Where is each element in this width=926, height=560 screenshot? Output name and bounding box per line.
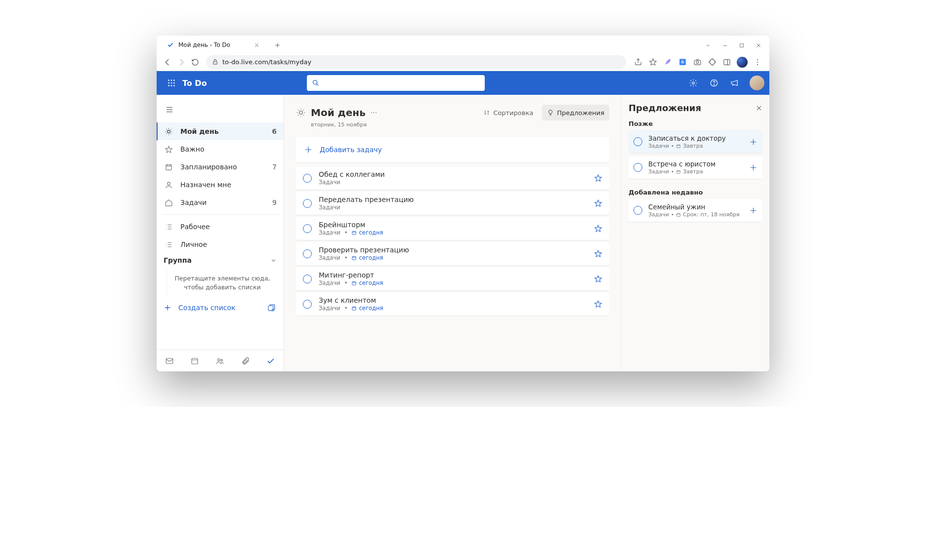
- svg-point-12: [173, 80, 175, 81]
- panel-close-icon[interactable]: [756, 105, 762, 112]
- svg-rect-38: [677, 170, 680, 173]
- task-item[interactable]: Проверить презентацию Задачисегодня: [296, 242, 609, 265]
- suggestions-button[interactable]: Предложения: [542, 105, 609, 120]
- minimize-icon[interactable]: [717, 38, 733, 53]
- main-content: Мой день ··· Сортировка Предложения втор…: [284, 95, 621, 371]
- sort-button[interactable]: Сортировка: [478, 105, 538, 120]
- feather-ext-icon[interactable]: [663, 57, 673, 67]
- sidebar-toggle-icon[interactable]: [160, 100, 179, 120]
- calendar-icon: [164, 163, 173, 171]
- address-bar[interactable]: to-do.live.com/tasks/myday: [206, 55, 626, 69]
- task-checkbox[interactable]: [303, 300, 312, 309]
- reload-icon[interactable]: [188, 55, 202, 69]
- suggestion-meta: Задачи•Завтра: [648, 168, 743, 175]
- lock-icon: [212, 59, 218, 65]
- attach-icon[interactable]: [241, 357, 250, 365]
- task-checkbox[interactable]: [303, 249, 312, 258]
- task-item[interactable]: Митинг-репорт Задачисегодня: [296, 267, 609, 290]
- svg-text:G: G: [681, 60, 684, 64]
- search-box[interactable]: [307, 75, 485, 91]
- svg-point-15: [173, 82, 175, 84]
- star-icon[interactable]: [594, 249, 602, 258]
- panel-section-recent: Добавлена недавно: [629, 189, 762, 196]
- task-title: Обед с коллегами: [319, 170, 587, 178]
- star-icon[interactable]: [594, 275, 602, 283]
- task-checkbox[interactable]: [303, 224, 312, 233]
- add-task-placeholder: Добавить задачу: [320, 146, 382, 154]
- new-group-icon[interactable]: [266, 302, 277, 313]
- star-icon[interactable]: [594, 224, 602, 233]
- menu-dots-icon[interactable]: [753, 57, 762, 67]
- sidebar-item-assigned[interactable]: Назначен мне: [157, 176, 284, 194]
- add-suggestion-icon[interactable]: [749, 163, 758, 172]
- task-title: Митинг-репорт: [319, 271, 587, 279]
- suggestion-item[interactable]: Семейный ужин Задачи•Срок: пт, 18 ноября: [629, 199, 762, 222]
- svg-point-13: [168, 82, 169, 84]
- task-item[interactable]: Брейншторм Задачисегодня: [296, 217, 609, 240]
- sidebar-item-planned[interactable]: Запланировано 7: [157, 158, 284, 176]
- plus-icon: [164, 304, 171, 312]
- sidebar-list-work[interactable]: Рабочее: [157, 218, 284, 236]
- sidebar-list-personal[interactable]: Личное: [157, 236, 284, 253]
- suggestions-label: Предложения: [557, 109, 604, 117]
- task-checkbox[interactable]: [303, 199, 312, 208]
- translate-ext-icon[interactable]: G: [677, 57, 687, 67]
- camera-ext-icon[interactable]: [692, 57, 702, 67]
- close-window-icon[interactable]: [751, 38, 766, 53]
- suggestion-item[interactable]: Встреча с юристом Задачи•Завтра: [629, 156, 762, 179]
- star-icon[interactable]: [594, 300, 602, 308]
- forward-icon[interactable]: [174, 55, 188, 69]
- help-icon[interactable]: [705, 74, 723, 92]
- app-launcher-icon[interactable]: [162, 73, 181, 93]
- drop-down-icon[interactable]: [700, 38, 716, 53]
- task-checkbox[interactable]: [303, 275, 312, 283]
- task-item[interactable]: Переделать презентацию Задачи: [296, 192, 609, 215]
- extensions-icon[interactable]: [707, 57, 717, 67]
- settings-icon[interactable]: [684, 74, 702, 92]
- task-item[interactable]: Обед с коллегами Задачи: [296, 166, 609, 190]
- side-panel-icon[interactable]: [722, 57, 732, 67]
- user-avatar[interactable]: [750, 76, 764, 90]
- sidebar-group[interactable]: Группа: [157, 253, 284, 267]
- svg-rect-39: [677, 213, 680, 216]
- add-task-input[interactable]: Добавить задачу: [296, 137, 609, 162]
- browser-tab[interactable]: Мой день - To Do: [160, 37, 267, 53]
- star-icon[interactable]: [648, 57, 658, 67]
- sidebar-item-label: Назначен мне: [180, 181, 231, 189]
- list-options-icon[interactable]: ···: [371, 109, 377, 117]
- megaphone-icon[interactable]: [726, 74, 744, 92]
- task-item[interactable]: Зум с клиентом Задачисегодня: [296, 292, 609, 316]
- suggestions-panel: Предложения Позже Записаться к доктору З…: [621, 95, 769, 371]
- app-name: To Do: [182, 79, 207, 88]
- suggestion-item[interactable]: Записаться к доктору Задачи•Завтра: [629, 130, 762, 153]
- panel-title: Предложения: [629, 103, 701, 113]
- sidebar-drop-zone[interactable]: Перетащите элементы сюда, чтобы добавить…: [167, 270, 277, 295]
- share-icon[interactable]: [633, 57, 643, 67]
- svg-rect-28: [166, 358, 173, 363]
- calendar-icon[interactable]: [190, 357, 199, 365]
- people-icon[interactable]: [215, 357, 224, 365]
- sidebar-group-label: Группа: [164, 256, 192, 264]
- add-suggestion-icon[interactable]: [749, 138, 758, 146]
- maximize-icon[interactable]: [734, 38, 750, 53]
- svg-point-18: [173, 85, 175, 86]
- new-tab-button[interactable]: [271, 38, 285, 52]
- task-checkbox[interactable]: [303, 174, 312, 183]
- sidebar-item-tasks[interactable]: Задачи 9: [157, 194, 284, 211]
- sidebar-item-myday[interactable]: Мой день 6: [157, 122, 284, 140]
- mail-icon[interactable]: [165, 357, 174, 365]
- star-icon[interactable]: [594, 199, 602, 207]
- browser-profile-avatar[interactable]: [737, 57, 748, 68]
- add-suggestion-icon[interactable]: [749, 206, 758, 215]
- task-checkbox[interactable]: [633, 137, 642, 146]
- star-icon[interactable]: [594, 174, 602, 182]
- new-list-button[interactable]: Создать список: [157, 298, 284, 317]
- favicon-icon: [167, 41, 174, 49]
- sidebar-item-important[interactable]: Важно: [157, 140, 284, 158]
- todo-icon[interactable]: [266, 357, 275, 365]
- task-meta: Задачисегодня: [319, 254, 587, 261]
- task-checkbox[interactable]: [633, 206, 642, 215]
- tab-close-icon[interactable]: [253, 41, 261, 49]
- back-icon[interactable]: [161, 55, 174, 69]
- task-checkbox[interactable]: [633, 163, 642, 172]
